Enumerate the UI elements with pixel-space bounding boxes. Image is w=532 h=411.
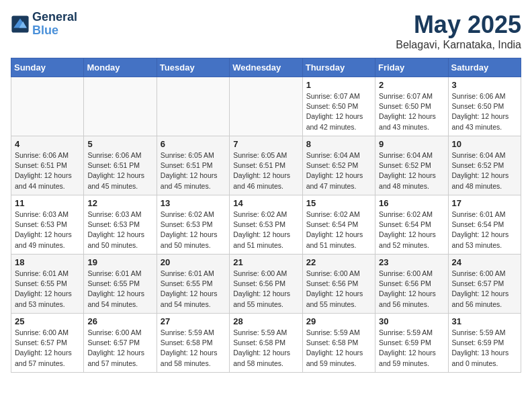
- calendar-cell: 1Sunrise: 6:07 AM Sunset: 6:50 PM Daylig…: [302, 77, 375, 136]
- day-number: 15: [306, 198, 371, 208]
- day-info: Sunrise: 6:00 AM Sunset: 6:56 PM Dayligh…: [233, 269, 298, 310]
- day-number: 10: [452, 139, 517, 149]
- calendar-cell: 20Sunrise: 6:01 AM Sunset: 6:55 PM Dayli…: [157, 255, 229, 314]
- day-number: 12: [87, 198, 152, 208]
- day-info: Sunrise: 6:07 AM Sunset: 6:50 PM Dayligh…: [306, 91, 371, 132]
- column-header-sunday: Sunday: [11, 58, 84, 77]
- calendar-cell: 12Sunrise: 6:03 AM Sunset: 6:53 PM Dayli…: [84, 195, 157, 255]
- day-number: 13: [161, 198, 226, 208]
- logo-icon: [11, 15, 30, 34]
- calendar-cell: 4Sunrise: 6:06 AM Sunset: 6:51 PM Daylig…: [11, 136, 84, 195]
- day-number: 24: [452, 257, 517, 267]
- calendar-cell: 6Sunrise: 6:05 AM Sunset: 6:51 PM Daylig…: [157, 136, 229, 195]
- calendar-cell: 15Sunrise: 6:02 AM Sunset: 6:54 PM Dayli…: [302, 195, 375, 255]
- column-header-thursday: Thursday: [302, 58, 375, 77]
- day-number: 11: [15, 198, 80, 208]
- day-number: 6: [161, 139, 226, 149]
- week-row-1: 1Sunrise: 6:07 AM Sunset: 6:50 PM Daylig…: [11, 77, 521, 136]
- calendar-cell: 11Sunrise: 6:03 AM Sunset: 6:53 PM Dayli…: [11, 195, 84, 255]
- calendar-body: 1Sunrise: 6:07 AM Sunset: 6:50 PM Daylig…: [11, 77, 521, 373]
- day-number: 1: [306, 80, 371, 90]
- day-number: 26: [87, 316, 152, 326]
- day-info: Sunrise: 6:00 AM Sunset: 6:57 PM Dayligh…: [87, 328, 152, 369]
- day-number: 27: [161, 316, 226, 326]
- calendar-cell: 30Sunrise: 5:59 AM Sunset: 6:59 PM Dayli…: [375, 314, 448, 373]
- day-number: 3: [452, 80, 517, 90]
- day-info: Sunrise: 5:59 AM Sunset: 6:58 PM Dayligh…: [233, 328, 298, 369]
- day-info: Sunrise: 6:02 AM Sunset: 6:53 PM Dayligh…: [161, 210, 226, 250]
- calendar-cell: [84, 77, 157, 136]
- calendar-cell: 7Sunrise: 6:05 AM Sunset: 6:51 PM Daylig…: [230, 136, 302, 195]
- day-number: 18: [15, 257, 80, 267]
- day-number: 30: [379, 316, 444, 326]
- calendar-cell: 8Sunrise: 6:04 AM Sunset: 6:52 PM Daylig…: [302, 136, 375, 195]
- week-row-2: 4Sunrise: 6:06 AM Sunset: 6:51 PM Daylig…: [11, 136, 521, 195]
- calendar-cell: 18Sunrise: 6:01 AM Sunset: 6:55 PM Dayli…: [11, 255, 84, 314]
- day-info: Sunrise: 6:04 AM Sunset: 6:52 PM Dayligh…: [452, 150, 517, 191]
- day-info: Sunrise: 6:00 AM Sunset: 6:56 PM Dayligh…: [306, 269, 371, 310]
- calendar-cell: [230, 77, 302, 136]
- calendar-cell: 13Sunrise: 6:02 AM Sunset: 6:53 PM Dayli…: [157, 195, 229, 255]
- day-number: 29: [306, 316, 371, 326]
- day-info: Sunrise: 6:01 AM Sunset: 6:55 PM Dayligh…: [87, 269, 152, 310]
- day-number: 20: [161, 257, 226, 267]
- day-number: 25: [15, 316, 80, 326]
- day-info: Sunrise: 6:02 AM Sunset: 6:54 PM Dayligh…: [306, 210, 371, 250]
- day-info: Sunrise: 5:59 AM Sunset: 6:59 PM Dayligh…: [379, 328, 444, 369]
- calendar: SundayMondayTuesdayWednesdayThursdayFrid…: [11, 58, 521, 373]
- day-number: 31: [452, 316, 517, 326]
- day-info: Sunrise: 6:02 AM Sunset: 6:53 PM Dayligh…: [233, 210, 298, 250]
- day-info: Sunrise: 6:03 AM Sunset: 6:53 PM Dayligh…: [15, 210, 80, 250]
- calendar-cell: [157, 77, 229, 136]
- day-info: Sunrise: 6:06 AM Sunset: 6:51 PM Dayligh…: [87, 150, 152, 191]
- day-info: Sunrise: 6:04 AM Sunset: 6:52 PM Dayligh…: [306, 150, 371, 191]
- day-info: Sunrise: 6:05 AM Sunset: 6:51 PM Dayligh…: [161, 150, 226, 191]
- calendar-cell: [11, 77, 84, 136]
- day-info: Sunrise: 6:07 AM Sunset: 6:50 PM Dayligh…: [379, 91, 444, 132]
- calendar-cell: 5Sunrise: 6:06 AM Sunset: 6:51 PM Daylig…: [84, 136, 157, 195]
- day-number: 17: [452, 198, 517, 208]
- day-number: 9: [379, 139, 444, 149]
- day-info: Sunrise: 6:04 AM Sunset: 6:52 PM Dayligh…: [379, 150, 444, 191]
- calendar-cell: 23Sunrise: 6:00 AM Sunset: 6:56 PM Dayli…: [375, 255, 448, 314]
- calendar-cell: 16Sunrise: 6:02 AM Sunset: 6:54 PM Dayli…: [375, 195, 448, 255]
- day-number: 4: [15, 139, 80, 149]
- day-info: Sunrise: 6:01 AM Sunset: 6:55 PM Dayligh…: [15, 269, 80, 310]
- calendar-cell: 19Sunrise: 6:01 AM Sunset: 6:55 PM Dayli…: [84, 255, 157, 314]
- day-number: 23: [379, 257, 444, 267]
- calendar-cell: 9Sunrise: 6:04 AM Sunset: 6:52 PM Daylig…: [375, 136, 448, 195]
- day-number: 22: [306, 257, 371, 267]
- title-area: May 2025 Belagavi, Karnataka, India: [396, 11, 521, 51]
- day-number: 8: [306, 139, 371, 149]
- day-info: Sunrise: 6:03 AM Sunset: 6:53 PM Dayligh…: [87, 210, 152, 250]
- calendar-cell: 25Sunrise: 6:00 AM Sunset: 6:57 PM Dayli…: [11, 314, 84, 373]
- day-info: Sunrise: 5:59 AM Sunset: 6:58 PM Dayligh…: [306, 328, 371, 369]
- column-header-saturday: Saturday: [448, 58, 521, 77]
- column-header-wednesday: Wednesday: [230, 58, 302, 77]
- day-info: Sunrise: 5:59 AM Sunset: 6:59 PM Dayligh…: [452, 328, 517, 369]
- calendar-cell: 24Sunrise: 6:00 AM Sunset: 6:57 PM Dayli…: [448, 255, 521, 314]
- day-number: 16: [379, 198, 444, 208]
- calendar-cell: 3Sunrise: 6:06 AM Sunset: 6:50 PM Daylig…: [448, 77, 521, 136]
- calendar-header-row: SundayMondayTuesdayWednesdayThursdayFrid…: [11, 58, 521, 77]
- day-number: 19: [87, 257, 152, 267]
- column-header-friday: Friday: [375, 58, 448, 77]
- day-info: Sunrise: 6:02 AM Sunset: 6:54 PM Dayligh…: [379, 210, 444, 250]
- calendar-cell: 26Sunrise: 6:00 AM Sunset: 6:57 PM Dayli…: [84, 314, 157, 373]
- calendar-cell: 29Sunrise: 5:59 AM Sunset: 6:58 PM Dayli…: [302, 314, 375, 373]
- month-year: May 2025: [396, 11, 521, 39]
- calendar-cell: 2Sunrise: 6:07 AM Sunset: 6:50 PM Daylig…: [375, 77, 448, 136]
- day-info: Sunrise: 6:00 AM Sunset: 6:56 PM Dayligh…: [379, 269, 444, 310]
- calendar-cell: 22Sunrise: 6:00 AM Sunset: 6:56 PM Dayli…: [302, 255, 375, 314]
- logo-text: General Blue: [32, 11, 77, 38]
- day-info: Sunrise: 6:01 AM Sunset: 6:54 PM Dayligh…: [452, 210, 517, 250]
- logo: General Blue: [11, 11, 77, 38]
- day-info: Sunrise: 6:01 AM Sunset: 6:55 PM Dayligh…: [161, 269, 226, 310]
- calendar-cell: 10Sunrise: 6:04 AM Sunset: 6:52 PM Dayli…: [448, 136, 521, 195]
- calendar-cell: 21Sunrise: 6:00 AM Sunset: 6:56 PM Dayli…: [230, 255, 302, 314]
- week-row-4: 18Sunrise: 6:01 AM Sunset: 6:55 PM Dayli…: [11, 255, 521, 314]
- column-header-monday: Monday: [84, 58, 157, 77]
- column-header-tuesday: Tuesday: [157, 58, 229, 77]
- day-info: Sunrise: 6:06 AM Sunset: 6:51 PM Dayligh…: [15, 150, 80, 191]
- day-number: 28: [233, 316, 298, 326]
